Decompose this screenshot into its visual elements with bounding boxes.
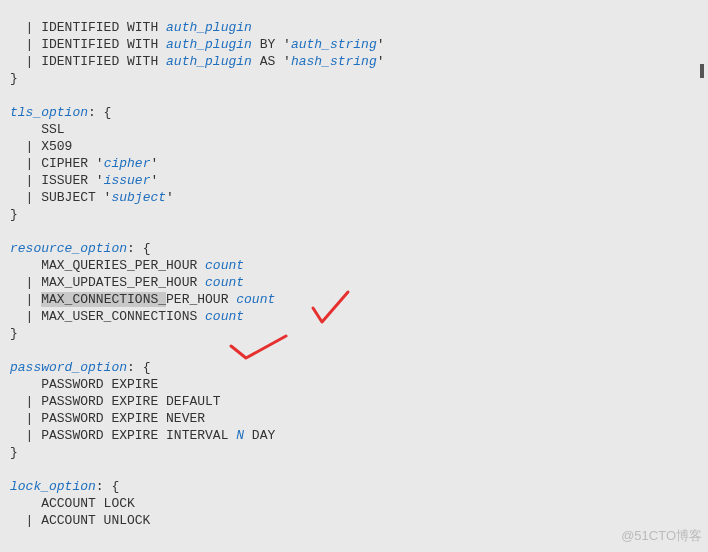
param-count: count bbox=[205, 258, 244, 273]
brace-close: } bbox=[10, 445, 18, 460]
section-password-option: password_option bbox=[10, 360, 127, 375]
param-count: count bbox=[205, 275, 244, 290]
param-auth-plugin: auth_plugin bbox=[166, 20, 252, 35]
code-line: ' bbox=[377, 37, 385, 52]
section-resource-option: resource_option bbox=[10, 241, 127, 256]
blank-line bbox=[10, 462, 18, 477]
code-line: | CIPHER ' bbox=[10, 156, 104, 171]
code-line: | IDENTIFIED WITH bbox=[10, 54, 166, 69]
code-line: MAX_QUERIES_PER_HOUR bbox=[10, 258, 205, 273]
brace-close: } bbox=[10, 326, 18, 341]
param-auth-string: auth_string bbox=[291, 37, 377, 52]
code-line: ' bbox=[377, 54, 385, 69]
blank-line bbox=[10, 224, 18, 239]
highlighted-text: MAX_CONNECTIONS_ bbox=[41, 292, 166, 307]
code-line: ' bbox=[166, 190, 174, 205]
code-line: DAY bbox=[244, 428, 275, 443]
code-line: | PASSWORD EXPIRE NEVER bbox=[10, 411, 205, 426]
brace-close: } bbox=[10, 207, 18, 222]
code-line: | X509 bbox=[10, 139, 72, 154]
code-line: | PASSWORD EXPIRE INTERVAL bbox=[10, 428, 236, 443]
code-line: | ISSUER ' bbox=[10, 173, 104, 188]
param-auth-plugin: auth_plugin bbox=[166, 54, 252, 69]
param-count: count bbox=[205, 309, 244, 324]
param-cipher: cipher bbox=[104, 156, 151, 171]
brace-open: : { bbox=[127, 360, 150, 375]
code-line: | SUBJECT ' bbox=[10, 190, 111, 205]
param-issuer: issuer bbox=[104, 173, 151, 188]
code-line: ACCOUNT LOCK bbox=[10, 496, 135, 511]
param-n: N bbox=[236, 428, 244, 443]
blank-line bbox=[10, 88, 18, 103]
brace-open: : { bbox=[127, 241, 150, 256]
code-line: BY ' bbox=[252, 37, 291, 52]
brace-open: : { bbox=[96, 479, 119, 494]
code-line: | PASSWORD EXPIRE DEFAULT bbox=[10, 394, 221, 409]
brace-close: } bbox=[10, 71, 18, 86]
param-count: count bbox=[236, 292, 275, 307]
code-line: | MAX_USER_CONNECTIONS bbox=[10, 309, 205, 324]
code-line: ' bbox=[150, 173, 158, 188]
code-line: | bbox=[10, 292, 41, 307]
code-line: PER_HOUR bbox=[166, 292, 236, 307]
code-line: | IDENTIFIED WITH bbox=[10, 37, 166, 52]
section-tls-option: tls_option bbox=[10, 105, 88, 120]
scrollbar-mark bbox=[700, 64, 704, 78]
param-auth-plugin: auth_plugin bbox=[166, 37, 252, 52]
section-lock-option: lock_option bbox=[10, 479, 96, 494]
param-hash-string: hash_string bbox=[291, 54, 377, 69]
code-line: PASSWORD EXPIRE bbox=[10, 377, 158, 392]
code-line: | MAX_UPDATES_PER_HOUR bbox=[10, 275, 205, 290]
code-line: | IDENTIFIED WITH bbox=[10, 20, 166, 35]
code-line: AS ' bbox=[252, 54, 291, 69]
code-line: SSL bbox=[10, 122, 65, 137]
brace-open: : { bbox=[88, 105, 111, 120]
watermark-text: @51CTO博客 bbox=[621, 527, 702, 544]
param-subject: subject bbox=[111, 190, 166, 205]
code-line: | ACCOUNT UNLOCK bbox=[10, 513, 150, 528]
syntax-code-block: | IDENTIFIED WITH auth_plugin | IDENTIFI… bbox=[0, 0, 708, 531]
blank-line bbox=[10, 343, 18, 358]
code-line: ' bbox=[150, 156, 158, 171]
